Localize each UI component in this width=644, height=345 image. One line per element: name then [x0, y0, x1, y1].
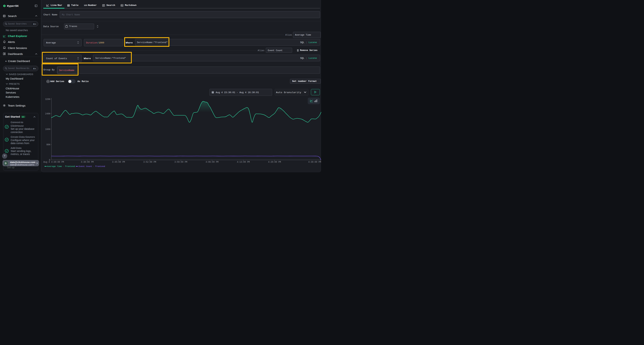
svg-text:Aug 4 3:30:00 PM: Aug 4 3:30:00 PM — [44, 161, 64, 163]
svg-text:4:20:00 PM: 4:20:00 PM — [268, 161, 281, 163]
svg-text:240K: 240K — [45, 113, 50, 115]
svg-text:3:38:00 PM: 3:38:00 PM — [81, 161, 94, 163]
svg-text:4:30:00 PM: 4:30:00 PM — [308, 161, 321, 163]
svg-text:3:52:00 PM: 3:52:00 PM — [143, 161, 156, 163]
svg-text:80K: 80K — [46, 144, 50, 146]
svg-text:3:59:00 PM: 3:59:00 PM — [174, 161, 187, 163]
svg-text:160K: 160K — [45, 128, 50, 131]
svg-text:3:45:00 PM: 3:45:00 PM — [112, 161, 125, 163]
svg-text:320K: 320K — [45, 98, 50, 101]
svg-text:4:13:00 PM: 4:13:00 PM — [237, 161, 250, 163]
svg-text:4:06:00 PM: 4:06:00 PM — [206, 161, 218, 163]
